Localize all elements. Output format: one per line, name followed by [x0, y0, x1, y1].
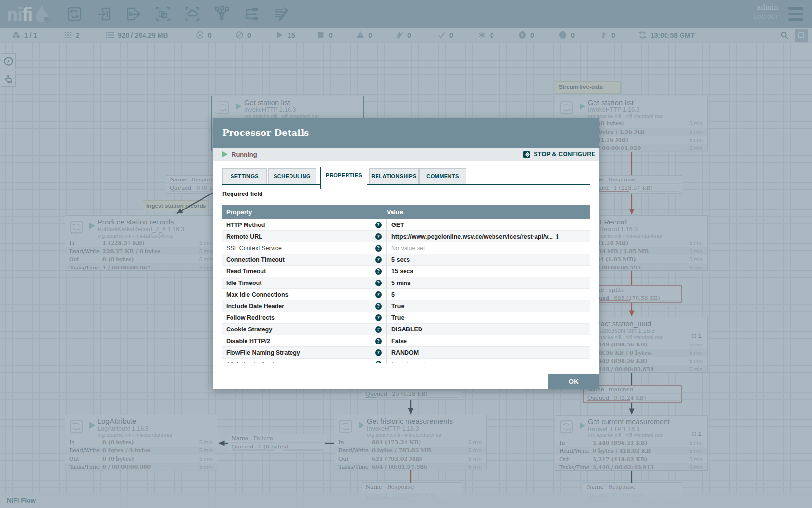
property-name: FlowFile Naming Strategy [226, 349, 300, 356]
property-value[interactable]: 5 [392, 291, 395, 298]
property-value[interactable]: RANDOM [392, 349, 419, 356]
property-row: Follow Redirects ? True i [222, 312, 590, 324]
property-help-icon[interactable]: ? [375, 268, 382, 275]
property-value[interactable]: True [392, 303, 404, 310]
property-help-icon[interactable]: ? [375, 245, 382, 252]
tab-underline [222, 184, 590, 185]
property-value[interactable]: 5 secs [392, 256, 410, 263]
dialog-tab[interactable]: SETTINGS [222, 168, 267, 184]
property-name: Disable HTTP/2 [226, 338, 270, 344]
value-column-header: Value [387, 209, 403, 216]
running-icon [222, 151, 228, 157]
property-help-icon[interactable]: ? [375, 361, 382, 364]
property-value[interactable]: GET [392, 222, 404, 228]
dialog-titlebar: Processor Details [213, 118, 599, 148]
dialog-tab[interactable]: SCHEDULING [268, 168, 316, 184]
property-row: Connection Timeout ? 5 secs i [222, 254, 590, 266]
property-help-icon[interactable]: ? [375, 222, 382, 228]
property-value[interactable]: True [392, 314, 404, 321]
property-row: Remote URL ? https://www.pegelonline.wsv… [222, 231, 590, 242]
property-row: Idle Timeout ? 5 mins i [222, 277, 590, 289]
property-value[interactable]: No value set [392, 245, 425, 252]
dialog-title: Processor Details [222, 128, 309, 138]
property-value[interactable]: No value set [392, 361, 425, 364]
property-help-icon[interactable]: ? [375, 338, 382, 344]
stop-configure-icon [523, 150, 531, 159]
property-row: Max Idle Connections ? 5 i [222, 289, 590, 300]
property-row: Read Timeout ? 15 secs i [222, 266, 590, 277]
property-value[interactable]: False [392, 338, 407, 344]
dialog-tab[interactable]: COMMENTS [419, 168, 466, 184]
property-name: Read Timeout [226, 268, 266, 275]
required-field-note: Required field [222, 191, 262, 197]
property-name: Include Date Header [226, 303, 284, 310]
dialog-status-row: Running STOP & CONFIGURE [213, 148, 599, 161]
property-value[interactable]: 5 mins [392, 280, 411, 286]
run-state: Running [222, 151, 257, 158]
property-row: HTTP Method ? GET i [222, 219, 590, 231]
value-info-icon[interactable]: i [556, 233, 559, 240]
property-help-icon[interactable]: ? [375, 314, 382, 321]
property-name: Remote URL [226, 233, 262, 240]
property-help-icon[interactable]: ? [375, 291, 382, 298]
property-help-icon[interactable]: ? [375, 256, 382, 263]
property-value[interactable]: 15 secs [392, 268, 413, 275]
property-value[interactable]: https://www.pegelonline.wsv.de/webservic… [392, 233, 553, 240]
property-name: SSL Context Service [226, 245, 282, 252]
ok-button[interactable]: OK [548, 374, 599, 389]
property-row: Include Date Header ? True i [222, 300, 590, 312]
property-name: Cookie Strategy [226, 326, 272, 333]
property-row: FlowFile Naming Strategy ? RANDOM i [222, 347, 590, 359]
property-name: Follow Redirects [226, 314, 275, 321]
property-row: Cookie Strategy ? DISABLED i [222, 324, 590, 335]
property-row: Disable HTTP/2 ? False i [222, 335, 590, 347]
property-name: Attributes to Send [226, 361, 274, 364]
property-help-icon[interactable]: ? [375, 233, 382, 240]
run-state-label: Running [232, 151, 257, 158]
processor-details-dialog: Processor Details Running STOP & CONFIGU… [213, 118, 599, 389]
property-row: SSL Context Service ? No value set i [222, 242, 590, 254]
property-help-icon[interactable]: ? [375, 326, 382, 333]
property-name: Idle Timeout [226, 280, 261, 286]
properties-table: Property Value HTTP Method ? GET i Re [222, 205, 590, 363]
property-help-icon[interactable]: ? [375, 303, 382, 310]
property-column-header: Property [226, 209, 387, 216]
property-value[interactable]: DISABLED [392, 326, 422, 333]
property-help-icon[interactable]: ? [375, 349, 382, 356]
property-name: HTTP Method [226, 222, 265, 228]
stop-configure-button[interactable]: STOP & CONFIGURE [523, 150, 595, 159]
dialog-tab[interactable]: PROPERTIES [320, 167, 367, 189]
property-name: Max Idle Connections [226, 291, 289, 298]
property-name: Connection Timeout [226, 256, 285, 263]
properties-table-header: Property Value [222, 205, 590, 219]
property-row: Attributes to Send ? No value set i [222, 359, 590, 363]
property-help-icon[interactable]: ? [375, 280, 382, 286]
dialog-tab[interactable]: RELATIONSHIPS [369, 168, 419, 184]
